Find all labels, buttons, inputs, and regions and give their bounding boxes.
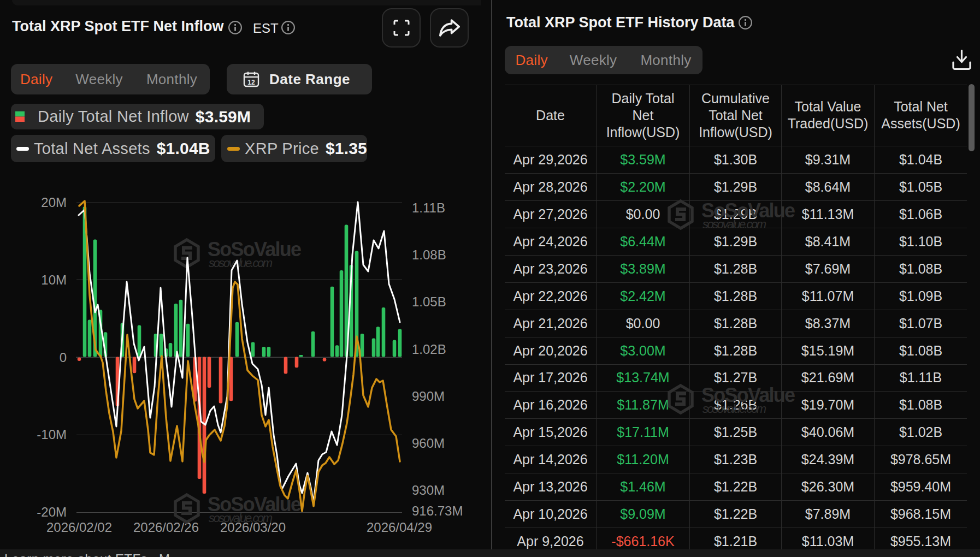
svg-text:930M: 930M: [412, 483, 445, 497]
svg-text:sosovalue.com: sosovalue.com: [209, 256, 273, 270]
svg-text:-10M: -10M: [37, 427, 67, 442]
svg-text:916.73M: 916.73M: [412, 503, 463, 518]
svg-text:0: 0: [60, 350, 67, 365]
svg-text:1.08B: 1.08B: [412, 247, 446, 262]
svg-text:1.05B: 1.05B: [412, 294, 446, 309]
svg-text:20M: 20M: [41, 195, 67, 210]
svg-text:2026/02/02: 2026/02/02: [46, 520, 112, 535]
svg-text:2026/04/29: 2026/04/29: [367, 520, 432, 535]
svg-text:sosovalue.com: sosovalue.com: [702, 217, 766, 231]
svg-text:sosovalue.com: sosovalue.com: [209, 511, 273, 525]
svg-text:990M: 990M: [412, 389, 445, 404]
svg-text:sosovalue.com: sosovalue.com: [702, 402, 766, 416]
svg-text:960M: 960M: [412, 436, 445, 451]
svg-text:10M: 10M: [41, 272, 67, 287]
svg-text:-20M: -20M: [37, 505, 67, 519]
svg-text:1.02B: 1.02B: [412, 342, 446, 357]
svg-text:12: 12: [247, 79, 255, 86]
svg-text:1.11B: 1.11B: [412, 200, 445, 215]
